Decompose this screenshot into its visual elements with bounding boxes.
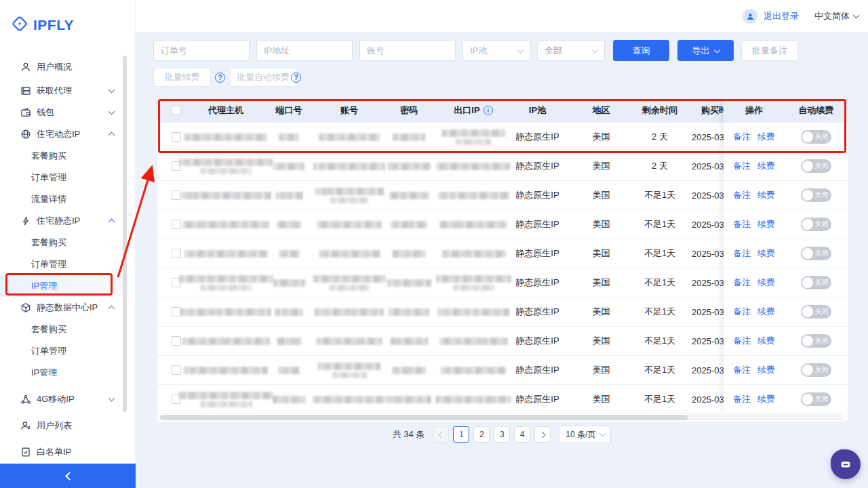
pagination-prev-button[interactable] [433, 426, 449, 443]
row-checkbox[interactable] [172, 336, 181, 346]
sidebar-scrollbar[interactable] [123, 56, 127, 412]
sidebar-item-user-list[interactable]: 用户列表 [0, 415, 129, 436]
sidebar-item-user-overview[interactable]: 用户概况 [0, 54, 129, 80]
note-link[interactable]: 备注 [733, 160, 751, 172]
sidebar-item-ip-mgmt-dc[interactable]: IP管理 [0, 362, 129, 384]
cell-account [321, 396, 377, 403]
select-all-checkbox[interactable] [172, 106, 181, 115]
table-horizontal-scrollbar[interactable] [160, 415, 688, 420]
sidebar-item-plan-purchase-2[interactable]: 套餐购买 [0, 232, 129, 253]
order-number-input[interactable] [153, 40, 250, 61]
exit-ip-info-icon[interactable]: i [484, 106, 493, 115]
cell-pool: 静态原生IP [506, 306, 569, 318]
sidebar-collapse-button[interactable] [0, 464, 136, 488]
batch-renew-button[interactable]: 批量续费 [153, 68, 211, 87]
auto-renew-toggle[interactable]: 关闭 [801, 159, 831, 173]
row-checkbox[interactable] [172, 307, 181, 317]
sidebar-item-ip-mgmt[interactable]: IP管理 [0, 275, 129, 297]
note-link[interactable]: 备注 [733, 189, 751, 201]
renew-link[interactable]: 续费 [757, 277, 775, 289]
auto-renew-toggle[interactable]: 关闭 [801, 363, 831, 377]
sidebar-item-wallet[interactable]: 钱包 [0, 102, 129, 123]
auto-renew-toggle[interactable]: 关闭 [801, 276, 831, 289]
pagination-page-1[interactable]: 1 [453, 426, 469, 443]
cell-remaining: 不足1天 [633, 189, 686, 201]
auto-renew-toggle[interactable]: 关闭 [801, 305, 831, 319]
sidebar-item-plan-purchase-1[interactable]: 套餐购买 [0, 145, 129, 167]
account-input[interactable] [359, 40, 456, 61]
chat-widget-button[interactable] [831, 449, 861, 479]
renew-link[interactable]: 续费 [757, 160, 775, 172]
batch-renew-help-icon[interactable]: ? [215, 73, 225, 83]
note-link[interactable]: 备注 [733, 335, 751, 347]
status-select[interactable]: 全部 [537, 40, 605, 61]
ip-pool-select[interactable]: IP池 [462, 40, 530, 61]
cell-exit_ip [441, 275, 506, 291]
row-checkbox[interactable] [172, 190, 181, 200]
renew-link[interactable]: 续费 [757, 364, 775, 376]
page-size-select[interactable]: 10 条/页 [559, 426, 611, 443]
sidebar-item-order-mgmt-1[interactable]: 订单管理 [0, 167, 129, 188]
pagination-next-button[interactable] [534, 426, 551, 443]
purchase-value: 2025-03 [686, 394, 724, 405]
cell-actions: 备注续费 [724, 247, 785, 260]
auto-renew-toggle[interactable]: 关闭 [801, 334, 831, 348]
chevron-left-icon [438, 431, 445, 438]
batch-auto-renew-help-icon[interactable]: ? [291, 73, 301, 83]
logout-link[interactable]: 退出登录 [764, 10, 799, 22]
purchase-value: 2025-03 [686, 365, 724, 375]
note-link[interactable]: 备注 [733, 306, 751, 318]
sidebar-item-traffic-detail[interactable]: 流量详情 [0, 188, 129, 210]
batch-auto-renew-button[interactable]: 批量自动续费 [230, 68, 296, 87]
chat-icon [838, 457, 853, 472]
sidebar-item-res-dynamic-ip[interactable]: 住宅动态IP [0, 123, 129, 145]
sidebar-item-label: 住宅动态IP [37, 128, 80, 140]
row-checkbox[interactable] [172, 365, 181, 375]
renew-link[interactable]: 续费 [757, 247, 775, 260]
note-link[interactable]: 备注 [733, 218, 751, 230]
region-value: 美国 [593, 160, 610, 172]
note-link[interactable]: 备注 [733, 364, 751, 376]
redacted-exit_ip [438, 192, 509, 199]
language-selector[interactable]: 中文简体 [814, 10, 859, 22]
row-checkbox[interactable] [172, 249, 181, 258]
auto-renew-toggle[interactable]: 关闭 [801, 188, 831, 202]
search-button[interactable]: 查询 [613, 40, 669, 61]
note-link[interactable]: 备注 [733, 277, 751, 289]
sidebar-item-static-dc-ip[interactable]: 静态数据中心IP [0, 297, 129, 319]
proxy-icon [20, 85, 31, 96]
row-checkbox[interactable] [172, 132, 181, 142]
pagination-page-4[interactable]: 4 [514, 426, 530, 443]
ip-address-input[interactable] [256, 40, 353, 61]
row-checkbox[interactable] [172, 220, 181, 229]
renew-link[interactable]: 续费 [757, 189, 775, 201]
note-link[interactable]: 备注 [733, 247, 751, 260]
sidebar-item-mobile-4g-ip[interactable]: 4G移动IP [0, 388, 129, 410]
toggle-knob [802, 219, 813, 230]
sidebar-item-whitelist-ip[interactable]: 白名单IP [0, 441, 129, 463]
auto-renew-toggle[interactable]: 关闭 [801, 392, 831, 406]
sidebar-item-order-mgmt-3[interactable]: 订单管理 [0, 340, 129, 362]
auto-renew-toggle[interactable]: 关闭 [801, 130, 831, 144]
renew-link[interactable]: 续费 [757, 335, 775, 347]
redacted-host [182, 338, 270, 345]
redacted-exit_ip [456, 139, 491, 145]
purchase-value: 2025-03 [686, 161, 724, 171]
auto-renew-toggle[interactable]: 关闭 [801, 247, 831, 260]
pagination-page-2[interactable]: 2 [473, 426, 490, 443]
sidebar-item-get-proxy[interactable]: 获取代理 [0, 80, 129, 102]
renew-link[interactable]: 续费 [757, 218, 775, 230]
pagination-page-3[interactable]: 3 [494, 426, 510, 443]
note-link[interactable]: 备注 [733, 131, 751, 143]
auto-renew-toggle[interactable]: 关闭 [801, 218, 831, 231]
sidebar-item-order-mgmt-2[interactable]: 订单管理 [0, 253, 129, 275]
user-avatar-icon[interactable] [743, 9, 757, 24]
sidebar-item-plan-purchase-3[interactable]: 套餐购买 [0, 319, 129, 340]
export-button[interactable]: 导出 [677, 40, 734, 61]
batch-note-button[interactable]: 批量备注 [741, 40, 798, 61]
renew-link[interactable]: 续费 [757, 306, 775, 318]
sidebar-item-res-static-ip[interactable]: 住宅静态IP [0, 210, 129, 232]
renew-link[interactable]: 续费 [757, 393, 775, 405]
note-link[interactable]: 备注 [733, 393, 751, 405]
renew-link[interactable]: 续费 [757, 131, 775, 143]
